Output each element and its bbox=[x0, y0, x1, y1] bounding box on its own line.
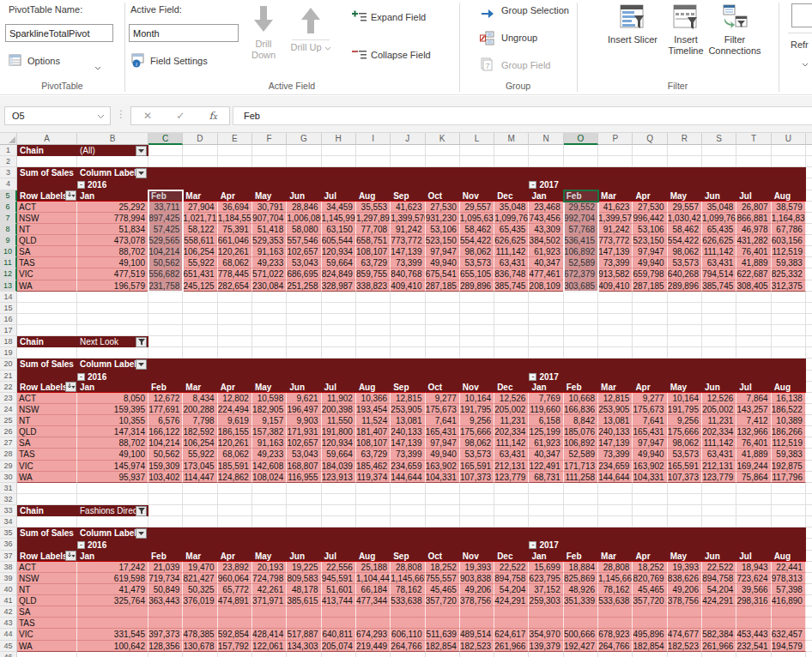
row-header-25[interactable]: 25 bbox=[0, 415, 17, 426]
cell[interactable] bbox=[494, 156, 529, 167]
value-cell[interactable]: 112,519 bbox=[772, 246, 806, 257]
cell[interactable] bbox=[356, 652, 391, 657]
value-cell[interactable]: 29,557 bbox=[668, 202, 702, 213]
value-cell[interactable]: 26,807 bbox=[736, 202, 771, 213]
value-cell[interactable] bbox=[633, 606, 667, 618]
value-cell[interactable]: 1,145,665 bbox=[391, 573, 425, 584]
value-cell[interactable]: 43,309 bbox=[529, 224, 563, 235]
value-cell[interactable]: 53,573 bbox=[460, 449, 494, 460]
value-cell[interactable]: 108,107 bbox=[356, 437, 391, 449]
value-cell[interactable]: 111,142 bbox=[702, 437, 736, 449]
value-cell[interactable]: 59,664 bbox=[322, 449, 356, 460]
row-header-30[interactable]: 30 bbox=[0, 472, 17, 483]
value-cell[interactable]: 111,142 bbox=[494, 437, 529, 449]
row-header-29[interactable]: 29 bbox=[0, 461, 17, 472]
value-cell[interactable]: 106,892 bbox=[564, 246, 598, 257]
value-cell[interactable]: 37,152 bbox=[529, 584, 563, 595]
cell[interactable] bbox=[736, 516, 771, 527]
column-header-G[interactable]: G bbox=[287, 133, 321, 145]
row-header-23[interactable]: 23 bbox=[0, 393, 17, 404]
value-cell[interactable]: 107,373 bbox=[668, 472, 702, 483]
cell[interactable] bbox=[426, 145, 460, 156]
value-cell[interactable]: 51,601 bbox=[322, 584, 356, 595]
value-cell[interactable]: 107,373 bbox=[460, 472, 494, 483]
value-cell[interactable]: 88,702 bbox=[77, 437, 148, 449]
value-cell[interactable]: 182,905 bbox=[252, 404, 287, 415]
cell[interactable] bbox=[460, 652, 494, 657]
value-cell[interactable] bbox=[391, 606, 425, 618]
state-label[interactable]: NT bbox=[17, 415, 77, 426]
value-cell[interactable]: 52,589 bbox=[564, 257, 598, 268]
column-header-T[interactable]: T bbox=[736, 133, 771, 145]
cell[interactable] bbox=[218, 156, 252, 167]
cell[interactable] bbox=[77, 652, 148, 657]
value-cell[interactable]: 104,331 bbox=[426, 472, 460, 483]
cell[interactable] bbox=[494, 314, 529, 325]
value-cell[interactable]: 75,391 bbox=[218, 224, 252, 235]
row-header-22[interactable]: 22 bbox=[0, 382, 17, 393]
value-cell[interactable]: 523,150 bbox=[633, 235, 667, 246]
cell[interactable] bbox=[633, 303, 667, 314]
value-cell[interactable] bbox=[77, 606, 148, 618]
value-cell[interactable]: 196,579 bbox=[77, 280, 148, 292]
cell[interactable] bbox=[564, 516, 598, 527]
value-cell[interactable]: 63,150 bbox=[322, 224, 356, 235]
cell[interactable] bbox=[702, 156, 736, 167]
month-header[interactable]: May bbox=[668, 190, 702, 202]
month-header[interactable]: Dec bbox=[494, 382, 529, 393]
column-header-U[interactable]: U bbox=[772, 133, 806, 145]
filter-connections-button[interactable]: Filter Connections bbox=[702, 2, 767, 75]
value-cell[interactable]: 76,401 bbox=[736, 246, 771, 257]
cell[interactable] bbox=[668, 145, 702, 156]
value-cell[interactable]: 49,206 bbox=[668, 584, 702, 595]
column-header-J[interactable]: J bbox=[391, 133, 425, 145]
value-cell[interactable]: 41,623 bbox=[598, 202, 633, 213]
value-cell[interactable]: 53,573 bbox=[668, 257, 702, 268]
value-cell[interactable]: 45,465 bbox=[633, 584, 667, 595]
cell[interactable] bbox=[17, 292, 77, 303]
cell[interactable] bbox=[356, 156, 391, 167]
cell[interactable] bbox=[772, 336, 806, 347]
value-cell[interactable]: 75,864 bbox=[736, 472, 771, 483]
cell[interactable] bbox=[529, 145, 563, 156]
value-cell[interactable]: 65,772 bbox=[218, 584, 252, 595]
value-cell[interactable]: 63,729 bbox=[356, 449, 391, 460]
cell[interactable] bbox=[148, 145, 183, 156]
month-header[interactable]: Jul bbox=[736, 551, 771, 562]
value-cell[interactable]: 57,768 bbox=[564, 224, 598, 235]
value-cell[interactable] bbox=[598, 618, 633, 629]
value-cell[interactable]: 163,902 bbox=[633, 461, 667, 472]
value-cell[interactable]: 88,702 bbox=[77, 246, 148, 257]
value-cell[interactable] bbox=[287, 618, 321, 629]
cell[interactable] bbox=[598, 336, 633, 347]
value-cell[interactable]: 119,660 bbox=[529, 404, 563, 415]
cell[interactable] bbox=[252, 516, 287, 527]
cell[interactable] bbox=[460, 314, 494, 325]
cell[interactable] bbox=[772, 505, 806, 516]
cell[interactable] bbox=[668, 314, 702, 325]
cell[interactable] bbox=[391, 325, 425, 336]
cell[interactable] bbox=[494, 347, 529, 359]
row-header-40[interactable]: 40 bbox=[0, 584, 17, 595]
cell[interactable] bbox=[77, 347, 148, 359]
value-cell[interactable]: 73,399 bbox=[391, 257, 425, 268]
value-cell[interactable]: 147,139 bbox=[598, 437, 633, 449]
value-cell[interactable]: 22,522 bbox=[702, 562, 736, 573]
value-cell[interactable]: 1,006,080 bbox=[287, 213, 321, 224]
cell[interactable] bbox=[218, 325, 252, 336]
cell[interactable] bbox=[668, 292, 702, 303]
cell[interactable] bbox=[772, 325, 806, 336]
cell[interactable] bbox=[183, 505, 217, 516]
cell[interactable] bbox=[598, 145, 633, 156]
cell[interactable] bbox=[17, 325, 77, 336]
month-header[interactable]: Aug bbox=[772, 551, 806, 562]
value-cell[interactable]: 48,926 bbox=[564, 584, 598, 595]
row-header-36[interactable]: 36 bbox=[0, 539, 17, 550]
value-cell[interactable]: 194,579 bbox=[772, 641, 806, 652]
cell[interactable] bbox=[529, 336, 563, 347]
value-cell[interactable]: 931,230 bbox=[426, 213, 460, 224]
value-cell[interactable]: 50,562 bbox=[148, 257, 183, 268]
value-cell[interactable]: 824,849 bbox=[322, 268, 356, 280]
cell[interactable] bbox=[494, 505, 529, 516]
value-cell[interactable]: 112,519 bbox=[772, 437, 806, 449]
